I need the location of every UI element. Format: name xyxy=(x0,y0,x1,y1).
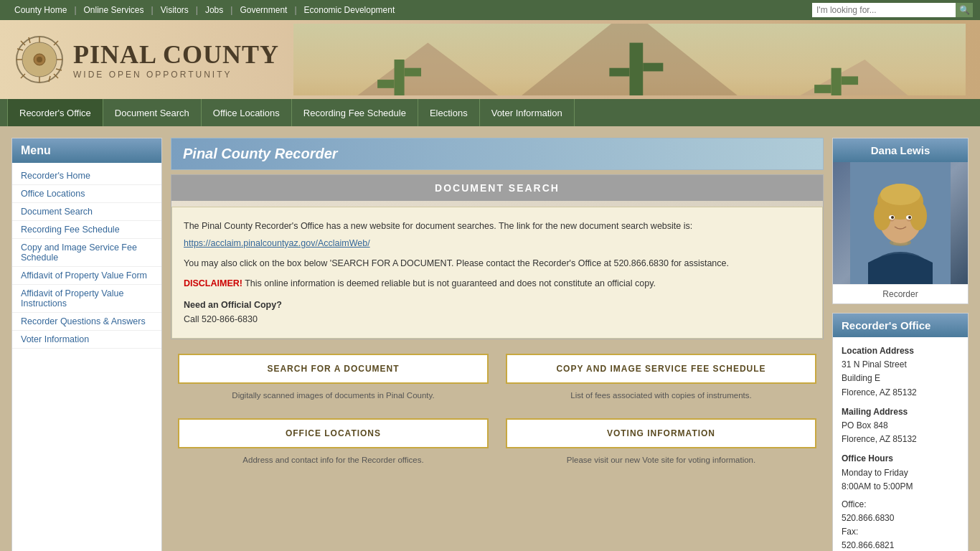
copy-image-fee-desc: List of fees associated with copies of i… xyxy=(570,390,751,401)
nav-office-locations[interactable]: Office Locations xyxy=(202,99,292,126)
search-button[interactable]: 🔍 xyxy=(956,3,973,17)
svg-rect-27 xyxy=(831,68,842,95)
doc-search-link[interactable]: https://acclaim.pinalcountyaz.gov/Acclai… xyxy=(184,238,370,248)
svg-line-11 xyxy=(49,76,50,82)
sidebar-item-recorder-qa[interactable]: Recorder Questions & Answers xyxy=(12,313,161,331)
nav-recording-fee-schedule[interactable]: Recording Fee Schedule xyxy=(292,99,418,126)
office-card: Recorder's Office Location Address 31 N … xyxy=(832,313,969,551)
search-document-button[interactable]: SEARCH FOR A DOCUMENT xyxy=(178,354,489,384)
sidebar-item-recorders-home[interactable]: Recorder's Home xyxy=(12,167,161,185)
sidebar-item-affidavit-instructions[interactable]: Affidavit of Property Value Instructions xyxy=(12,285,161,313)
topnav-government[interactable]: Government xyxy=(232,5,294,15)
copy-image-fee-group: COPY AND IMAGE SERVICE FEE SCHEDULE List… xyxy=(506,354,816,401)
svg-rect-21 xyxy=(395,60,405,95)
top-navigation-bar: County Home | Online Services | Visitors… xyxy=(0,0,980,20)
nav-voter-information[interactable]: Voter Information xyxy=(480,99,575,126)
sidebar-menu: Recorder's Home Office Locations Documen… xyxy=(12,163,161,353)
location-address-label: Location Address xyxy=(842,344,959,358)
disclaimer-label: DISCLAIMER! xyxy=(184,278,242,288)
svg-rect-25 xyxy=(609,68,629,77)
nav-document-search[interactable]: Document Search xyxy=(103,99,202,126)
location-line1: 31 N Pinal Street xyxy=(842,359,907,369)
doc-search-paragraph2: You may also click on the box below 'SEA… xyxy=(184,256,811,270)
svg-rect-26 xyxy=(643,63,663,72)
copy-image-fee-button[interactable]: COPY AND IMAGE SERVICE FEE SCHEDULE xyxy=(506,354,816,384)
svg-point-43 xyxy=(891,216,894,219)
top-search-form: 🔍 xyxy=(812,3,973,17)
nav-elections[interactable]: Elections xyxy=(418,99,480,126)
sidebar-item-copy-image-service[interactable]: Copy and Image Service Fee Schedule xyxy=(12,239,161,267)
office-locations-desc: Address and contact info for the Recorde… xyxy=(242,454,423,466)
svg-point-44 xyxy=(908,216,911,219)
site-logo: PINAL COUNTY WIDE OPEN OPPORTUNITY xyxy=(14,34,279,85)
sidebar-item-affidavit-form[interactable]: Affidavit of Property Value Form xyxy=(12,267,161,285)
sidebar-item-document-search[interactable]: Document Search xyxy=(12,203,161,221)
disclaimer-text: This online information is deemed reliab… xyxy=(242,278,656,288)
office-card-title: Recorder's Office xyxy=(833,314,968,337)
voting-information-desc: Please visit our new Vote site for votin… xyxy=(567,454,755,466)
search-document-group: SEARCH FOR A DOCUMENT Digitally scanned … xyxy=(178,354,489,401)
svg-point-38 xyxy=(880,184,920,205)
svg-rect-29 xyxy=(842,76,858,85)
office-hours-label: Office Hours xyxy=(842,452,959,466)
doc-search-paragraph1: The Pinal County Recorder's Office has a… xyxy=(184,219,811,233)
svg-point-37 xyxy=(910,202,927,230)
logo-text: PINAL COUNTY WIDE OPEN OPPORTUNITY xyxy=(73,39,279,80)
left-sidebar: Menu Recorder's Home Office Locations Do… xyxy=(11,138,162,551)
search-input[interactable] xyxy=(812,3,956,17)
right-sidebar: Dana Lewis xyxy=(832,138,969,551)
search-document-desc: Digitally scanned images of documents in… xyxy=(232,390,434,401)
svg-rect-23 xyxy=(405,68,421,77)
site-header: PINAL COUNTY WIDE OPEN OPPORTUNITY xyxy=(0,20,980,99)
doc-search-header: DOCUMENT SEARCH xyxy=(171,175,823,201)
office-hours-days: Monday to Friday xyxy=(842,468,908,478)
voting-information-group: VOTING INFORMATION Please visit our new … xyxy=(506,418,816,466)
office-locations-button[interactable]: OFFICE LOCATIONS xyxy=(178,418,489,448)
logo-emblem-icon xyxy=(14,34,65,85)
header-background-image xyxy=(293,24,966,95)
sidebar-title: Menu xyxy=(12,138,161,163)
svg-rect-24 xyxy=(630,43,644,95)
office-phone-label: Office: xyxy=(842,499,866,509)
office-locations-group: OFFICE LOCATIONS Address and contact inf… xyxy=(178,418,489,466)
doc-search-body: The Pinal County Recorder's Office has a… xyxy=(171,207,823,339)
recorder-photo xyxy=(833,162,968,284)
mailing-line2: Florence, AZ 85132 xyxy=(842,434,917,444)
nav-recorders-office[interactable]: Recorder's Office xyxy=(7,99,103,126)
office-card-body: Location Address 31 N Pinal Street Build… xyxy=(833,337,968,551)
recorder-card: Dana Lewis xyxy=(832,138,969,304)
need-official-copy-phone: Call 520-866-6830 xyxy=(184,312,811,326)
location-line3: Florence, AZ 85132 xyxy=(842,387,917,397)
action-buttons-grid: SEARCH FOR A DOCUMENT Digitally scanned … xyxy=(171,354,824,466)
recorder-photo-svg xyxy=(850,162,951,284)
office-hours-time: 8:00AM to 5:00PM xyxy=(842,481,913,491)
need-official-copy-label: Need an Official Copy? xyxy=(184,298,811,312)
recorder-name: Dana Lewis xyxy=(833,138,968,162)
main-content: Pinal County Recorder DOCUMENT SEARCH Th… xyxy=(171,138,824,551)
recorder-role-label: Recorder xyxy=(833,284,968,303)
svg-rect-28 xyxy=(814,85,831,93)
content-wrapper: Menu Recorder's Home Office Locations Do… xyxy=(0,126,980,551)
office-phone-number: 520.866.6830 xyxy=(842,513,894,523)
topnav-economic-development[interactable]: Economic Development xyxy=(297,5,402,15)
topnav-jobs[interactable]: Jobs xyxy=(198,5,230,15)
mailing-line1: PO Box 848 xyxy=(842,420,888,430)
svg-point-15 xyxy=(37,57,42,62)
logo-tagline: WIDE OPEN OPPORTUNITY xyxy=(73,70,279,80)
fax-label: Fax: xyxy=(842,527,858,537)
document-search-section: DOCUMENT SEARCH The Pinal County Recorde… xyxy=(171,174,824,339)
voting-information-button[interactable]: VOTING INFORMATION xyxy=(506,418,816,448)
logo-county-name: PINAL COUNTY xyxy=(73,39,279,70)
location-line2: Building E xyxy=(842,373,880,383)
page-title: Pinal County Recorder xyxy=(171,138,824,170)
sidebar-item-office-locations[interactable]: Office Locations xyxy=(12,185,161,203)
main-navigation: Recorder's Office Document Search Office… xyxy=(0,99,980,126)
sidebar-item-voter-information[interactable]: Voter Information xyxy=(12,331,161,349)
topnav-online-services[interactable]: Online Services xyxy=(77,5,151,15)
topnav-visitors[interactable]: Visitors xyxy=(154,5,196,15)
mailing-address-label: Mailing Address xyxy=(842,405,959,419)
fax-number: 520.866.6821 xyxy=(842,540,894,550)
topnav-county-home[interactable]: County Home xyxy=(7,5,74,15)
sidebar-item-recording-fee-schedule[interactable]: Recording Fee Schedule xyxy=(12,221,161,239)
svg-rect-22 xyxy=(377,80,394,88)
